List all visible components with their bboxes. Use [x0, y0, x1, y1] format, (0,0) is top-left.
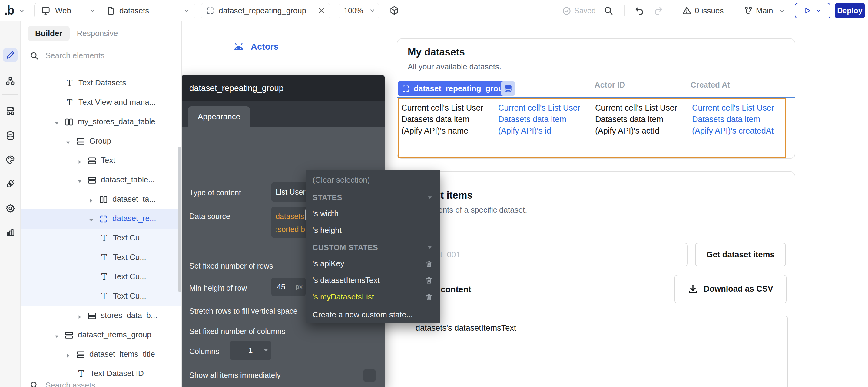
- platform-selector-label[interactable]: Web: [55, 6, 71, 15]
- rail-workflow-button[interactable]: [3, 73, 18, 88]
- search-assets-field[interactable]: Search assets: [21, 377, 181, 387]
- tree-scrollbar[interactable]: [178, 147, 181, 292]
- element-tab[interactable]: dataset_repeating_group: [201, 3, 330, 19]
- rg-cell-expression-4[interactable]: Current cell's List User Datasets data i…: [692, 102, 783, 136]
- rail-logs-button[interactable]: [3, 225, 18, 239]
- menu-item-clear-selection[interactable]: (Clear selection): [306, 171, 440, 189]
- preview-button[interactable]: [795, 3, 831, 19]
- issues-count[interactable]: 0 issues: [695, 6, 723, 15]
- tree-item-text-cu[interactable]: TText Cu...: [21, 229, 181, 248]
- bubble-logo[interactable]: .b: [4, 4, 14, 17]
- menu-item-create-a-new-custom-state[interactable]: Create a new custom state...: [306, 306, 440, 323]
- rg-cell-expression-3[interactable]: Current cell's List User Datasets data i…: [595, 102, 678, 136]
- menu-section-states[interactable]: STATES: [306, 190, 440, 205]
- menu-section-custom-states[interactable]: CUSTOM STATES: [306, 239, 440, 255]
- dataset-id-input[interactable]: dataset_001: [408, 243, 688, 266]
- cube-icon[interactable]: [390, 6, 399, 15]
- search-icon[interactable]: [603, 6, 613, 15]
- page-selector-label[interactable]: datasets: [119, 6, 149, 15]
- data-source-chip-button[interactable]: [501, 82, 515, 96]
- caret-right-icon[interactable]: [65, 352, 71, 358]
- caret-down-icon[interactable]: [54, 332, 60, 338]
- caret-down-icon[interactable]: [54, 119, 60, 125]
- show-all-items-checkbox[interactable]: [364, 369, 376, 382]
- deploy-button[interactable]: Deploy: [835, 3, 865, 19]
- element-tree: TText DatasetsTText View and mana...my_s…: [21, 65, 181, 387]
- element-tree-panel: Builder Responsive Search elements TText…: [21, 21, 182, 387]
- tree-item-stores-data-b[interactable]: stores_data_b...: [21, 306, 181, 325]
- tree-item-dataset-items-title[interactable]: dataset_items_title: [21, 345, 181, 364]
- selected-element-chip[interactable]: dataset_repeating_group: [398, 82, 513, 96]
- tab-appearance[interactable]: Appearance: [188, 106, 250, 127]
- menu-item-s-width[interactable]: 's width: [306, 205, 440, 222]
- trash-icon[interactable]: [425, 259, 433, 268]
- undo-icon[interactable]: [634, 6, 644, 15]
- rg-cell-expression-2[interactable]: Current cell's List User Datasets data i…: [498, 102, 581, 136]
- dataset-content-textarea[interactable]: datasets's datasetItemsText: [406, 316, 788, 387]
- caret-right-icon[interactable]: [88, 196, 94, 202]
- menu-item-s-datasetitemstext[interactable]: 's datasetItemsText: [306, 272, 440, 289]
- download-csv-button[interactable]: Download as CSV: [675, 275, 786, 303]
- caret-right-icon[interactable]: [76, 158, 83, 164]
- rail-styles-button[interactable]: [3, 152, 18, 167]
- data-source-suffix[interactable]: :sorted b: [276, 225, 305, 234]
- type-of-content-label: Type of content: [189, 188, 241, 197]
- chevron-down-icon[interactable]: [779, 8, 785, 14]
- caret-down-icon[interactable]: [65, 138, 71, 144]
- tree-item-text-cu[interactable]: TText Cu...: [21, 248, 181, 267]
- tree-item-text-cu[interactable]: TText Cu...: [21, 267, 181, 287]
- search-icon: [30, 381, 39, 387]
- tree-item-dataset-table[interactable]: dataset_table...: [21, 170, 181, 190]
- menu-divider: [306, 239, 440, 239]
- column-header-created-at: Created At: [690, 80, 730, 90]
- tree-item-text[interactable]: Text: [21, 151, 181, 170]
- rg-cell-expression-1[interactable]: Current cell's List User Datasets data i…: [401, 102, 491, 136]
- repeating-group-cell[interactable]: Current cell's List User Datasets data i…: [398, 98, 786, 158]
- columns-select[interactable]: 1: [230, 341, 271, 360]
- chevron-down-icon[interactable]: [184, 7, 190, 13]
- tree-item-text-datasets[interactable]: TText Datasets: [21, 73, 181, 93]
- tab-builder[interactable]: Builder: [28, 26, 70, 41]
- caret-down-icon[interactable]: [76, 177, 83, 183]
- rail-components-button[interactable]: [3, 103, 18, 118]
- tree-item-dataset-ta[interactable]: dataset_ta...: [21, 190, 181, 209]
- set-columns-label: Set fixed number of columns: [189, 327, 285, 336]
- tree-item-text-cu[interactable]: TText Cu...: [21, 287, 181, 306]
- menu-item-label: 's height: [313, 226, 342, 235]
- rail-data-button[interactable]: [3, 128, 18, 143]
- tree-item-text-view-and-mana[interactable]: TText View and mana...: [21, 93, 181, 112]
- caret-down-icon[interactable]: [88, 216, 94, 222]
- tree-item-group[interactable]: Group: [21, 132, 181, 151]
- tree-item-dataset-items-group[interactable]: dataset_items_group: [21, 325, 181, 345]
- actors-nav-item[interactable]: Actors: [232, 42, 279, 52]
- toolbar-divider: [674, 5, 674, 16]
- tab-responsive[interactable]: Responsive: [77, 29, 118, 38]
- tree-item-dataset-re[interactable]: dataset_re...: [21, 209, 181, 229]
- top-toolbar: .b Web datasets data: [0, 0, 868, 21]
- logo-chevron-icon[interactable]: [19, 8, 25, 14]
- chevron-down-icon[interactable]: [89, 7, 95, 13]
- trash-icon[interactable]: [425, 276, 433, 285]
- rail-plugins-button[interactable]: [3, 176, 18, 191]
- rail-design-button[interactable]: [3, 48, 18, 62]
- tree-item-label: dataset_items_title: [89, 350, 155, 359]
- close-icon[interactable]: [318, 7, 325, 14]
- branch-selector[interactable]: Main: [756, 6, 773, 15]
- zoom-selector[interactable]: 100%: [339, 3, 379, 19]
- search-elements-field[interactable]: Search elements: [21, 46, 181, 65]
- caret-right-icon[interactable]: [76, 313, 83, 319]
- rail-settings-button[interactable]: [3, 201, 18, 216]
- get-dataset-items-button[interactable]: Get dataset items: [695, 243, 786, 266]
- tree-item-my-stores-data-table[interactable]: my_stores_data_table: [21, 112, 181, 132]
- menu-item-s-height[interactable]: 's height: [306, 222, 440, 238]
- inspector-header[interactable]: dataset_repeating_group i: [181, 75, 385, 101]
- menu-item-s-mydatasetslist[interactable]: 's myDatasetsList: [306, 289, 440, 305]
- download-icon: [688, 284, 698, 294]
- group-element-icon: [88, 156, 97, 165]
- selected-element-chip-label: dataset_repeating_group: [414, 84, 508, 93]
- menu-item-s-apikey[interactable]: 's apiKey: [306, 255, 440, 272]
- min-height-input[interactable]: 45 px: [271, 278, 306, 296]
- data-source-prefix[interactable]: datasets: [276, 212, 304, 221]
- warning-triangle-icon: [682, 6, 692, 15]
- trash-icon[interactable]: [425, 293, 433, 301]
